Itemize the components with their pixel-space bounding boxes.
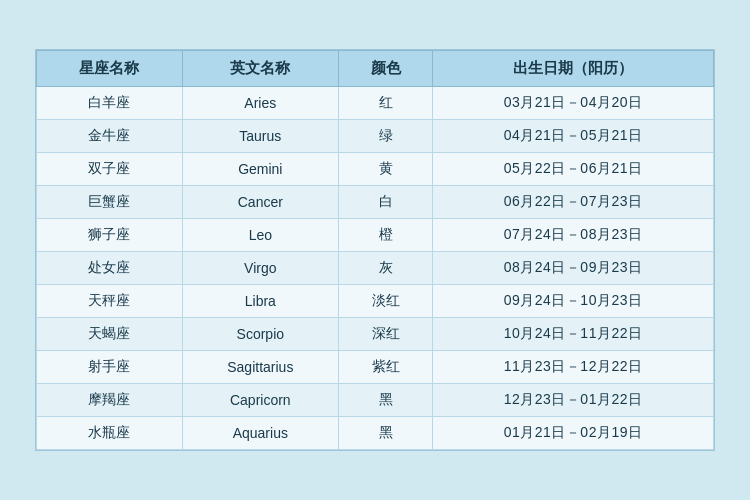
cell-color: 深红 — [338, 318, 432, 351]
cell-dates: 05月22日－06月21日 — [433, 153, 714, 186]
cell-english-name: Libra — [182, 285, 338, 318]
table-row: 摩羯座Capricorn黑12月23日－01月22日 — [37, 384, 714, 417]
cell-color: 黑 — [338, 384, 432, 417]
cell-english-name: Cancer — [182, 186, 338, 219]
cell-english-name: Sagittarius — [182, 351, 338, 384]
cell-english-name: Capricorn — [182, 384, 338, 417]
table-row: 天秤座Libra淡红09月24日－10月23日 — [37, 285, 714, 318]
cell-dates: 03月21日－04月20日 — [433, 87, 714, 120]
cell-chinese-name: 摩羯座 — [37, 384, 183, 417]
cell-color: 红 — [338, 87, 432, 120]
table-row: 天蝎座Scorpio深红10月24日－11月22日 — [37, 318, 714, 351]
cell-dates: 10月24日－11月22日 — [433, 318, 714, 351]
cell-color: 灰 — [338, 252, 432, 285]
zodiac-table-container: 星座名称 英文名称 颜色 出生日期（阳历） 白羊座Aries红03月21日－04… — [35, 49, 715, 451]
cell-dates: 12月23日－01月22日 — [433, 384, 714, 417]
cell-dates: 06月22日－07月23日 — [433, 186, 714, 219]
table-row: 射手座Sagittarius紫红11月23日－12月22日 — [37, 351, 714, 384]
cell-color: 白 — [338, 186, 432, 219]
header-chinese-name: 星座名称 — [37, 51, 183, 87]
cell-chinese-name: 白羊座 — [37, 87, 183, 120]
cell-chinese-name: 狮子座 — [37, 219, 183, 252]
cell-color: 黄 — [338, 153, 432, 186]
header-dates: 出生日期（阳历） — [433, 51, 714, 87]
cell-english-name: Taurus — [182, 120, 338, 153]
cell-english-name: Gemini — [182, 153, 338, 186]
cell-english-name: Scorpio — [182, 318, 338, 351]
table-body: 白羊座Aries红03月21日－04月20日金牛座Taurus绿04月21日－0… — [37, 87, 714, 450]
cell-chinese-name: 水瓶座 — [37, 417, 183, 450]
cell-chinese-name: 天秤座 — [37, 285, 183, 318]
cell-chinese-name: 射手座 — [37, 351, 183, 384]
cell-english-name: Aquarius — [182, 417, 338, 450]
table-row: 处女座Virgo灰08月24日－09月23日 — [37, 252, 714, 285]
cell-english-name: Leo — [182, 219, 338, 252]
cell-chinese-name: 巨蟹座 — [37, 186, 183, 219]
cell-color: 淡红 — [338, 285, 432, 318]
cell-chinese-name: 金牛座 — [37, 120, 183, 153]
cell-dates: 04月21日－05月21日 — [433, 120, 714, 153]
table-header-row: 星座名称 英文名称 颜色 出生日期（阳历） — [37, 51, 714, 87]
cell-dates: 09月24日－10月23日 — [433, 285, 714, 318]
cell-chinese-name: 处女座 — [37, 252, 183, 285]
table-row: 狮子座Leo橙07月24日－08月23日 — [37, 219, 714, 252]
cell-dates: 07月24日－08月23日 — [433, 219, 714, 252]
table-row: 巨蟹座Cancer白06月22日－07月23日 — [37, 186, 714, 219]
cell-dates: 01月21日－02月19日 — [433, 417, 714, 450]
cell-english-name: Aries — [182, 87, 338, 120]
cell-color: 绿 — [338, 120, 432, 153]
cell-color: 黑 — [338, 417, 432, 450]
cell-color: 橙 — [338, 219, 432, 252]
header-color: 颜色 — [338, 51, 432, 87]
header-english-name: 英文名称 — [182, 51, 338, 87]
zodiac-table: 星座名称 英文名称 颜色 出生日期（阳历） 白羊座Aries红03月21日－04… — [36, 50, 714, 450]
cell-english-name: Virgo — [182, 252, 338, 285]
table-row: 水瓶座Aquarius黑01月21日－02月19日 — [37, 417, 714, 450]
cell-dates: 08月24日－09月23日 — [433, 252, 714, 285]
cell-chinese-name: 双子座 — [37, 153, 183, 186]
table-row: 白羊座Aries红03月21日－04月20日 — [37, 87, 714, 120]
cell-chinese-name: 天蝎座 — [37, 318, 183, 351]
cell-dates: 11月23日－12月22日 — [433, 351, 714, 384]
table-row: 金牛座Taurus绿04月21日－05月21日 — [37, 120, 714, 153]
table-row: 双子座Gemini黄05月22日－06月21日 — [37, 153, 714, 186]
cell-color: 紫红 — [338, 351, 432, 384]
